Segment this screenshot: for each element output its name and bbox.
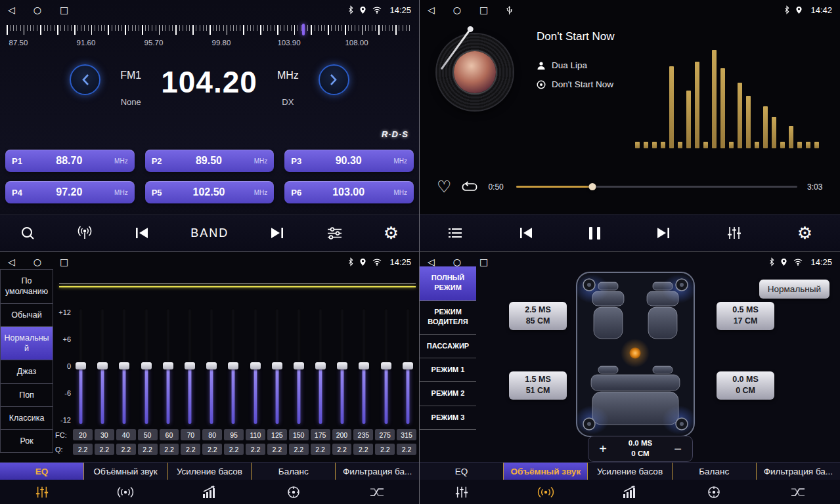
settings-gear-icon[interactable]: ⚙ bbox=[797, 224, 812, 242]
nav-back-icon[interactable]: ◁ bbox=[428, 5, 435, 14]
nav-home-icon[interactable]: ○ bbox=[33, 5, 41, 14]
surround-tab-icon[interactable] bbox=[504, 480, 588, 504]
preset-button-p6[interactable]: P6 103.00 MHz bbox=[284, 181, 414, 203]
nav-home-icon[interactable]: ○ bbox=[33, 257, 41, 266]
tab-filter[interactable]: Фильтрация ба... bbox=[336, 463, 419, 480]
band-button[interactable]: BAND bbox=[190, 226, 229, 240]
preset-button-p5[interactable]: P5 102.50 MHz bbox=[145, 181, 275, 203]
eq-band-slider[interactable] bbox=[250, 308, 261, 424]
surround-mode-item[interactable]: ПОЛНЫЙ РЕЖИМ bbox=[420, 266, 476, 301]
eq-band-slider[interactable] bbox=[141, 308, 152, 424]
nav-back-icon[interactable]: ◁ bbox=[8, 5, 15, 14]
nav-recents-icon[interactable]: □ bbox=[60, 5, 68, 14]
eq-band-slider[interactable] bbox=[75, 308, 87, 424]
broadcast-icon[interactable] bbox=[76, 225, 93, 241]
slider-handle[interactable] bbox=[250, 362, 261, 369]
surround-mode-item[interactable]: РЕЖИМ 3 bbox=[420, 406, 476, 430]
nav-recents-icon[interactable]: □ bbox=[479, 257, 488, 266]
previous-track-icon[interactable] bbox=[134, 226, 150, 240]
tune-down-button[interactable] bbox=[70, 64, 100, 95]
eq-band-slider[interactable] bbox=[315, 308, 326, 424]
bass-boost-tab-icon[interactable] bbox=[588, 480, 672, 504]
eq-preset-item[interactable]: Поп bbox=[0, 384, 53, 407]
audio-settings-icon[interactable] bbox=[326, 226, 343, 240]
nav-back-icon[interactable]: ◁ bbox=[8, 257, 15, 266]
surround-tab-icon[interactable] bbox=[84, 480, 168, 504]
eq-band-slider[interactable] bbox=[358, 308, 370, 424]
next-track-icon[interactable] bbox=[655, 226, 671, 240]
eq-preset-item[interactable]: Рок bbox=[0, 430, 53, 453]
surround-mode-item[interactable]: РЕЖИМ ВОДИТЕЛЯ bbox=[420, 301, 476, 335]
slider-handle[interactable] bbox=[403, 362, 413, 369]
preset-button-p1[interactable]: P1 88.70 MHz bbox=[5, 150, 135, 172]
rear-right-delay-button[interactable]: 0.0 MS 0 СМ bbox=[717, 371, 774, 400]
eq-band-slider[interactable] bbox=[271, 308, 283, 424]
eq-tab-icon[interactable] bbox=[420, 480, 504, 504]
eq-band-slider[interactable] bbox=[206, 308, 217, 424]
nav-back-icon[interactable]: ◁ bbox=[428, 257, 435, 266]
album-art[interactable] bbox=[437, 34, 513, 110]
next-track-icon[interactable] bbox=[269, 226, 285, 240]
eq-preset-item[interactable]: По умолчанию bbox=[0, 270, 53, 304]
slider-handle[interactable] bbox=[141, 362, 152, 369]
tab-bass-boost[interactable]: Усиление басов bbox=[588, 463, 672, 480]
slider-handle[interactable] bbox=[315, 362, 326, 369]
preset-button-p3[interactable]: P3 90.30 MHz bbox=[284, 150, 414, 172]
equalizer-icon[interactable] bbox=[726, 226, 742, 240]
eq-preset-item[interactable]: Классика bbox=[0, 407, 53, 430]
repeat-icon[interactable] bbox=[461, 181, 478, 193]
slider-handle[interactable] bbox=[206, 362, 217, 369]
rear-left-delay-button[interactable]: 1.5 MS 51 СМ bbox=[509, 371, 567, 400]
bass-boost-tab-icon[interactable] bbox=[167, 480, 252, 504]
preset-button-p2[interactable]: P2 89.50 MHz bbox=[145, 150, 275, 172]
settings-gear-icon[interactable]: ⚙ bbox=[384, 224, 399, 242]
eq-band-slider[interactable] bbox=[293, 308, 305, 424]
filter-tab-icon[interactable] bbox=[756, 480, 840, 504]
nav-home-icon[interactable]: ○ bbox=[453, 257, 461, 266]
nav-recents-icon[interactable]: □ bbox=[479, 5, 488, 14]
slider-handle[interactable] bbox=[119, 362, 129, 369]
surround-mode-item[interactable]: РЕЖИМ 1 bbox=[420, 358, 476, 382]
eq-band-slider[interactable] bbox=[97, 308, 108, 424]
slider-handle[interactable] bbox=[272, 362, 282, 369]
surround-mode-item[interactable]: ПАССАЖИР bbox=[420, 335, 476, 358]
eq-preset-item[interactable]: Джаз bbox=[0, 360, 53, 383]
previous-track-icon[interactable] bbox=[518, 226, 534, 240]
tab-surround[interactable]: Объёмный звук bbox=[504, 463, 588, 480]
balance-tab-icon[interactable] bbox=[252, 480, 336, 504]
tab-surround[interactable]: Объёмный звук bbox=[84, 463, 168, 480]
balance-tab-icon[interactable] bbox=[672, 480, 756, 504]
slider-handle[interactable] bbox=[228, 362, 238, 369]
slider-handle[interactable] bbox=[337, 362, 347, 369]
eq-band-slider[interactable] bbox=[227, 308, 239, 424]
eq-band-slider[interactable] bbox=[336, 308, 348, 424]
front-right-delay-button[interactable]: 0.5 MS 17 СМ bbox=[717, 302, 774, 330]
eq-preset-item[interactable]: Нормальный bbox=[0, 327, 53, 361]
decrease-delay-button[interactable]: − bbox=[663, 442, 692, 457]
tab-filter[interactable]: Фильтрация ба... bbox=[757, 463, 840, 480]
nav-home-icon[interactable]: ○ bbox=[453, 5, 461, 14]
progress-slider[interactable] bbox=[516, 182, 797, 191]
slider-handle[interactable] bbox=[294, 362, 304, 369]
eq-band-slider[interactable] bbox=[380, 308, 392, 424]
eq-band-slider[interactable] bbox=[402, 308, 414, 424]
tab-balance[interactable]: Баланс bbox=[252, 463, 336, 480]
preset-button-p4[interactable]: P4 97.20 MHz bbox=[5, 181, 135, 203]
tab-balance[interactable]: Баланс bbox=[673, 463, 757, 480]
tab-bass-boost[interactable]: Усиление басов bbox=[168, 463, 252, 480]
eq-band-slider[interactable] bbox=[162, 308, 174, 424]
playlist-icon[interactable] bbox=[447, 227, 463, 239]
eq-preset-item[interactable]: Обычай bbox=[0, 304, 53, 327]
eq-tab-icon[interactable] bbox=[0, 480, 84, 504]
frequency-scale[interactable]: 87.50 91.60 95.70 99.80 103.90 108.00 bbox=[0, 21, 419, 51]
slider-handle[interactable] bbox=[185, 362, 195, 369]
favorite-icon[interactable]: ♡ bbox=[437, 178, 451, 195]
front-left-delay-button[interactable]: 2.5 MS 85 СМ bbox=[509, 302, 567, 330]
slider-handle[interactable] bbox=[97, 362, 108, 369]
surround-mode-item[interactable]: РЕЖИМ 2 bbox=[420, 382, 476, 406]
surround-preset-button[interactable]: Нормальный bbox=[759, 280, 829, 299]
slider-handle[interactable] bbox=[163, 362, 173, 369]
slider-handle[interactable] bbox=[359, 362, 369, 369]
frequency-pointer[interactable] bbox=[302, 24, 305, 35]
tab-eq[interactable]: EQ bbox=[420, 463, 504, 480]
